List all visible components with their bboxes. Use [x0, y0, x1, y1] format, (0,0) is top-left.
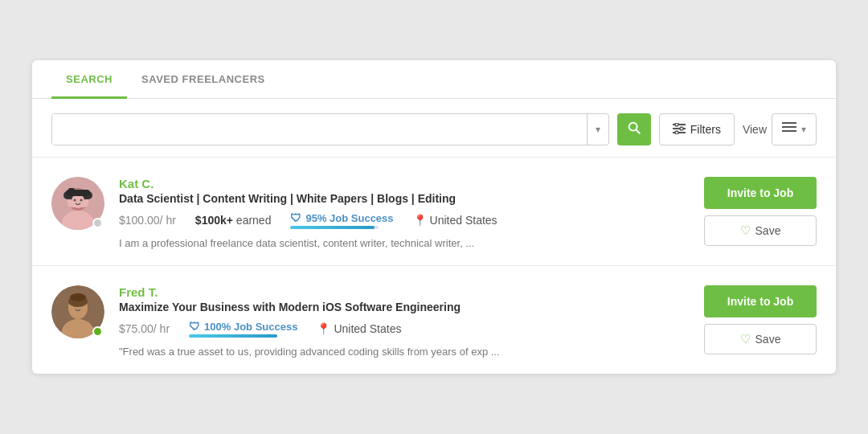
heart-icon-kat: ♡: [740, 223, 751, 238]
filters-label: Filters: [690, 123, 721, 136]
action-col-kat: Invite to Job ♡ Save: [704, 177, 817, 246]
avatar-wrap-fred: [51, 285, 104, 338]
search-dropdown-arrow-icon[interactable]: ▾: [587, 114, 608, 145]
filters-icon: [673, 123, 686, 137]
earned-value-kat: $100k+: [195, 214, 233, 227]
list-view-icon: [782, 122, 796, 137]
svg-line-1: [636, 129, 640, 133]
freelancer-title-kat: Data Scientist | Content Writing | White…: [119, 192, 690, 205]
status-dot-fred: [92, 326, 103, 337]
progress-bar-bg-kat: [290, 226, 379, 229]
location-text-fred: United States: [334, 322, 401, 335]
freelancer-card-fred: Fred T. Maximize Your Business with Mode…: [32, 265, 836, 374]
progress-bar-fill-fred: [189, 334, 277, 338]
svg-point-29: [70, 293, 86, 301]
rate-value-fred: $75.00: [119, 322, 154, 335]
svg-point-5: [675, 123, 678, 126]
svg-rect-21: [68, 188, 75, 192]
freelancer-card-kat: Kat C. Data Scientist | Content Writing …: [32, 157, 836, 265]
svg-point-19: [80, 199, 83, 202]
save-button-kat[interactable]: ♡ Save: [704, 215, 817, 246]
invite-button-fred[interactable]: Invite to Job: [704, 285, 817, 317]
progress-bar-bg-fred: [189, 334, 277, 338]
avatar-wrap-kat: [51, 177, 104, 230]
location-text-kat: United States: [430, 214, 497, 227]
search-icon: [627, 121, 641, 138]
status-dot-kat: [92, 218, 103, 228]
svg-point-18: [74, 199, 76, 202]
job-success-badge-kat: 🛡 95% Job Success: [290, 211, 393, 224]
location-icon-kat: 📍: [413, 214, 427, 227]
meta-row-kat: $100.00/ hr $100k+ earned 🛡 95% Job Succ…: [119, 211, 690, 229]
rate-unit-fred: / hr: [154, 322, 170, 335]
shield-icon-fred: 🛡: [189, 320, 200, 333]
search-button[interactable]: [617, 113, 651, 145]
bio-kat: I am a professional freelance data scien…: [119, 237, 690, 249]
freelancer-info-fred: Fred T. Maximize Your Business with Mode…: [119, 285, 690, 358]
job-success-fred: 🛡 100% Job Success: [189, 320, 297, 338]
rate-unit-kat: / hr: [160, 214, 176, 227]
location-icon-fred: 📍: [317, 322, 330, 335]
job-success-kat: 🛡 95% Job Success: [290, 211, 393, 229]
view-wrap: View ▾: [743, 113, 817, 145]
svg-point-7: [675, 131, 678, 134]
main-card: SEARCH SAVED FREELANCERS ▾: [32, 60, 836, 374]
svg-point-6: [680, 127, 683, 130]
invite-button-kat[interactable]: Invite to Job: [704, 177, 817, 209]
rate-value-kat: $100.00: [119, 214, 160, 227]
save-button-fred[interactable]: ♡ Save: [704, 324, 817, 354]
filters-button[interactable]: Filters: [659, 113, 735, 145]
save-label-fred: Save: [755, 333, 781, 346]
rate-fred: $75.00/ hr: [119, 322, 170, 335]
search-input-wrap: ▾: [51, 113, 609, 145]
freelancer-title-fred: Maximize Your Business with Modern iOS S…: [119, 301, 690, 313]
freelancer-name-kat[interactable]: Kat C.: [119, 177, 690, 190]
action-col-fred: Invite to Job ♡ Save: [704, 285, 817, 354]
tab-search[interactable]: SEARCH: [51, 60, 127, 99]
tab-saved-freelancers[interactable]: SAVED FREELANCERS: [127, 60, 280, 99]
view-toggle-button[interactable]: ▾: [772, 113, 817, 145]
job-success-text-kat: 95% Job Success: [305, 212, 393, 224]
bio-fred: "Fred was a true asset to us, providing …: [119, 346, 690, 358]
search-input[interactable]: [52, 114, 587, 145]
shield-icon-kat: 🛡: [290, 211, 301, 224]
earned-kat: $100k+ earned: [195, 214, 272, 227]
search-bar-row: ▾ Filters: [32, 99, 836, 157]
save-label-kat: Save: [755, 224, 781, 237]
freelancer-info-kat: Kat C. Data Scientist | Content Writing …: [119, 177, 690, 249]
earned-suffix-kat: earned: [236, 214, 272, 227]
location-kat: 📍 United States: [413, 214, 497, 227]
freelancer-name-fred[interactable]: Fred T.: [119, 285, 690, 299]
location-fred: 📍 United States: [317, 322, 401, 335]
progress-bar-fill-kat: [290, 226, 375, 229]
heart-icon-fred: ♡: [740, 332, 751, 346]
job-success-text-fred: 100% Job Success: [204, 321, 297, 333]
view-label: View: [743, 123, 767, 136]
job-success-badge-fred: 🛡 100% Job Success: [189, 320, 297, 333]
rate-kat: $100.00/ hr: [119, 214, 176, 227]
view-chevron-icon: ▾: [801, 124, 806, 135]
meta-row-fred: $75.00/ hr 🛡 100% Job Success 📍 United S…: [119, 320, 690, 338]
tabs-bar: SEARCH SAVED FREELANCERS: [32, 60, 836, 99]
